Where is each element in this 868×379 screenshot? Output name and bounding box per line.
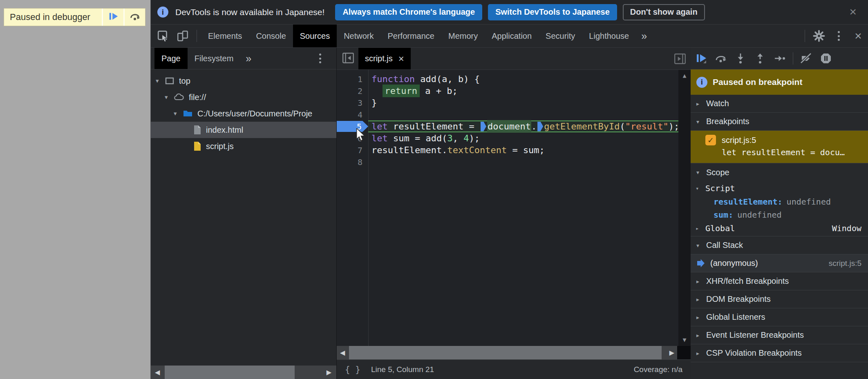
code-line-5-paused[interactable]: 5 let resultElement = document.getElemen… <box>337 120 691 132</box>
code-line-1[interactable]: 1 function add(a, b) { <box>337 73 691 85</box>
resume-script-icon[interactable] <box>695 52 708 65</box>
breakpoint-checkbox[interactable]: ✓ <box>705 135 716 145</box>
line-number[interactable]: 8 <box>337 156 368 168</box>
pause-on-exceptions-icon[interactable] <box>819 52 832 65</box>
switch-to-japanese-button[interactable]: Switch DevTools to Japanese <box>488 4 617 20</box>
scrollbar-thumb[interactable] <box>349 346 662 359</box>
scope-global-row[interactable]: ▸ Global Window <box>691 221 868 235</box>
section-global-listeners[interactable]: ▸ Global Listeners <box>691 308 868 326</box>
chevron-right-icon[interactable]: ▸ <box>696 350 706 357</box>
line-number[interactable]: 3 <box>337 97 368 109</box>
deactivate-breakpoints-icon[interactable] <box>800 52 813 65</box>
section-call-stack[interactable]: ▾ Call Stack <box>691 236 868 254</box>
chevron-right-icon[interactable]: ▸ <box>696 100 706 107</box>
tab-filesystem[interactable]: Filesystem <box>188 48 241 69</box>
gear-icon[interactable] <box>812 25 826 47</box>
chevron-down-icon[interactable]: ▾ <box>696 242 706 249</box>
device-toolbar-icon[interactable] <box>175 25 190 47</box>
step-location-icon[interactable] <box>537 122 543 132</box>
section-breakpoints[interactable]: ▾ Breakpoints <box>691 113 868 131</box>
step-icon[interactable] <box>773 52 786 65</box>
tab-memory[interactable]: Memory <box>441 25 485 47</box>
tree-item-top[interactable]: ▾ top <box>151 73 336 89</box>
code-line-3[interactable]: 3 } <box>337 97 691 109</box>
navigator-more-tabs-icon[interactable]: » <box>240 48 257 69</box>
step-over-icon[interactable] <box>714 52 727 65</box>
editor-tab-close-icon[interactable]: × <box>398 54 404 64</box>
scroll-left-icon[interactable]: ◀ <box>340 346 345 359</box>
chevron-down-icon[interactable]: ▾ <box>696 169 706 176</box>
scroll-right-icon[interactable]: ▶ <box>327 366 331 379</box>
section-xhr-breakpoints[interactable]: ▸ XHR/fetch Breakpoints <box>691 272 868 290</box>
editor-vertical-scrollbar[interactable]: ▲ ▼ <box>678 70 691 346</box>
line-number[interactable]: 2 <box>337 85 368 97</box>
tree-item-index-html[interactable]: index.html <box>151 122 336 138</box>
tab-sources[interactable]: Sources <box>293 25 337 47</box>
step-out-icon[interactable] <box>754 52 767 65</box>
chevron-right-icon[interactable]: ▸ <box>696 314 706 321</box>
breakpoint-entry[interactable]: ✓ script.js:5 let resultElement = docu… <box>691 131 868 163</box>
tree-item-file-scheme[interactable]: ▾ file:// <box>151 89 336 105</box>
code-line-8[interactable]: 8 <box>337 156 691 168</box>
section-watch[interactable]: ▸ Watch <box>691 95 868 113</box>
more-tabs-icon[interactable]: » <box>636 25 652 47</box>
chevron-down-icon[interactable]: ▾ <box>696 118 706 125</box>
match-chrome-language-button[interactable]: Always match Chrome's language <box>335 4 482 20</box>
scope-variable-row[interactable]: sum: undefined <box>691 208 868 221</box>
scope-script-row[interactable]: ▾ Script <box>691 181 868 195</box>
section-event-listener-breakpoints[interactable]: ▸ Event Listener Breakpoints <box>691 326 868 344</box>
code-line-2[interactable]: 2 return a + b; <box>337 85 691 97</box>
step-into-icon[interactable] <box>734 52 747 65</box>
code-line-7[interactable]: 7 resultElement.textContent = sum; <box>337 144 691 156</box>
navigator-horizontal-scrollbar[interactable]: ◀ ▶ <box>151 366 336 379</box>
chevron-right-icon[interactable]: ▸ <box>696 225 705 232</box>
chevron-right-icon[interactable]: ▸ <box>696 332 706 339</box>
scroll-down-icon[interactable]: ▼ <box>682 337 686 343</box>
devtools-close-icon[interactable]: × <box>851 25 866 47</box>
scroll-up-icon[interactable]: ▲ <box>682 73 686 79</box>
show-debugger-panel-icon[interactable] <box>673 52 687 67</box>
expand-arrow-icon[interactable]: ▾ <box>156 77 165 85</box>
scrollbar-thumb[interactable] <box>165 366 295 379</box>
tab-page[interactable]: Page <box>154 48 188 69</box>
step-over-button[interactable] <box>125 9 145 26</box>
code-editor-area[interactable]: 1 function add(a, b) { 2 return a + b; 3… <box>337 70 691 346</box>
line-number[interactable]: 4 <box>337 109 368 120</box>
tab-performance[interactable]: Performance <box>381 25 442 47</box>
step-location-icon[interactable] <box>481 122 486 132</box>
expand-arrow-icon[interactable]: ▾ <box>174 110 183 117</box>
tab-console[interactable]: Console <box>249 25 293 47</box>
code-line-6[interactable]: 6 let sum = add(3, 4); <box>337 132 691 144</box>
scope-variable-row[interactable]: resultElement: undefined <box>691 195 868 208</box>
pretty-print-icon[interactable]: { } <box>345 365 360 375</box>
dont-show-again-button[interactable]: Don't show again <box>623 4 705 20</box>
editor-horizontal-scrollbar[interactable]: ◀ ▶ <box>337 346 691 359</box>
navigator-kebab-icon[interactable] <box>313 48 327 69</box>
chevron-right-icon[interactable]: ▸ <box>696 296 706 303</box>
expand-arrow-icon[interactable]: ▾ <box>165 94 174 101</box>
kebab-menu-icon[interactable] <box>831 25 846 47</box>
notice-close-icon[interactable]: × <box>849 6 857 18</box>
tab-lighthouse[interactable]: Lighthouse <box>582 25 636 47</box>
tab-application[interactable]: Application <box>485 25 539 47</box>
scroll-right-icon[interactable]: ▶ <box>669 346 674 359</box>
tab-elements[interactable]: Elements <box>201 25 249 47</box>
chevron-right-icon[interactable]: ▸ <box>696 278 706 285</box>
section-csp-violation-breakpoints[interactable]: ▸ CSP Violation Breakpoints <box>691 344 868 362</box>
editor-tab-script-js[interactable]: script.js × <box>358 48 411 69</box>
tab-network[interactable]: Network <box>337 25 380 47</box>
section-dom-breakpoints[interactable]: ▸ DOM Breakpoints <box>691 290 868 308</box>
inspect-element-icon[interactable] <box>156 25 170 47</box>
call-stack-frame[interactable]: (anonymous) script.js:5 <box>691 254 868 272</box>
tree-item-script-js[interactable]: script.js <box>151 138 336 154</box>
chevron-down-icon[interactable]: ▾ <box>696 185 705 192</box>
hide-navigator-icon[interactable] <box>342 51 355 66</box>
resume-script-button[interactable] <box>103 9 123 26</box>
code-line-4[interactable]: 4 <box>337 109 691 120</box>
line-number[interactable]: 1 <box>337 73 368 85</box>
tree-item-project-folder[interactable]: ▾ C:/Users/user/Documents/Proje <box>151 105 336 122</box>
tab-security[interactable]: Security <box>539 25 582 47</box>
line-number[interactable]: 7 <box>337 144 368 156</box>
section-scope[interactable]: ▾ Scope <box>691 163 868 181</box>
scroll-left-icon[interactable]: ◀ <box>155 366 160 379</box>
